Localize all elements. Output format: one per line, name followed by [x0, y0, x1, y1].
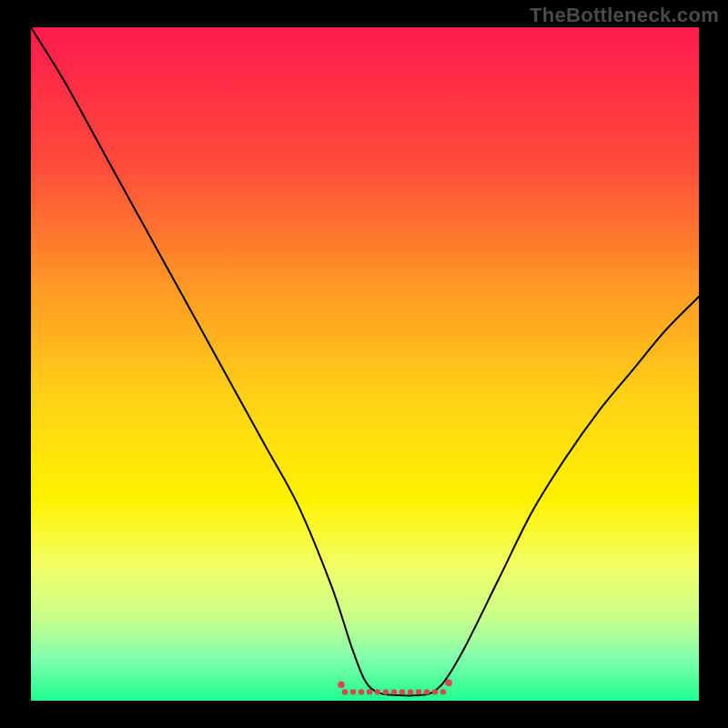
highlight-dot [342, 689, 348, 694]
highlight-dot [424, 689, 430, 694]
highlight-dot [416, 689, 421, 694]
highlight-dot [359, 689, 364, 694]
highlight-dot [440, 689, 446, 694]
highlight-dot [338, 682, 345, 689]
highlight-dot [350, 689, 356, 694]
highlight-dot [375, 689, 380, 694]
chart-container: TheBottleneck.com [0, 0, 728, 728]
highlight-dot [432, 689, 438, 694]
watermark-text: TheBottleneck.com [530, 4, 719, 27]
highlight-dot [445, 680, 452, 687]
highlight-dot [367, 689, 372, 694]
highlight-dot [399, 689, 405, 694]
bottleneck-chart [0, 0, 728, 728]
highlight-dot [391, 689, 397, 694]
svg-rect-0 [31, 27, 699, 701]
highlight-dot [383, 689, 389, 694]
highlight-dot [408, 689, 413, 694]
